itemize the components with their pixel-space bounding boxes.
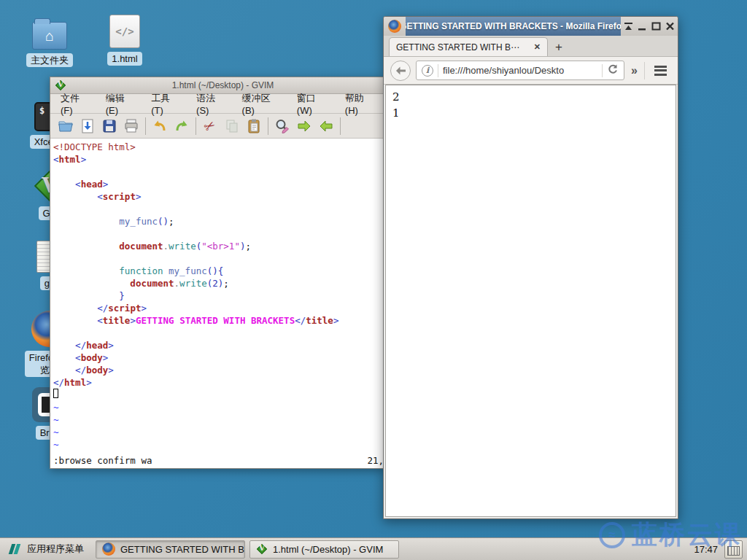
new-tab-button[interactable]: +	[548, 38, 570, 56]
gvim-command-text: :browse confirm wa	[53, 454, 152, 468]
firefox-window-title: GETTING STARTED WITH BRACKETS - Mozilla …	[406, 17, 621, 36]
xfce-logo-icon	[9, 543, 20, 555]
taskbar: 应用程序菜单 GETTING STARTED WITH B⋯ V 1.html …	[0, 537, 747, 560]
home-folder-label: 主文件夹	[26, 53, 73, 67]
gvim-menu-2[interactable]: 工具(T)	[144, 92, 189, 116]
redo-icon[interactable]	[171, 116, 193, 136]
firefox-tabbar: GETTING STARTED WITH B⋯ ✕ +	[384, 36, 678, 57]
gvim-task-icon: V	[256, 543, 268, 555]
page-info-icon[interactable]: i	[422, 65, 433, 77]
find-replace-icon[interactable]	[271, 116, 293, 136]
hamburger-menu-icon[interactable]	[650, 66, 671, 76]
gvim-menu-0[interactable]: 文件(F)	[53, 92, 98, 116]
gvim-menu-3[interactable]: 语法(S)	[189, 92, 235, 116]
cut-icon[interactable]: ✂	[199, 116, 221, 136]
gvim-menu-6[interactable]: 帮助(H)	[338, 92, 384, 116]
reload-icon[interactable]	[607, 63, 619, 77]
keyboard-indicator-icon[interactable]	[724, 540, 743, 559]
desktop-icon-home-folder[interactable]: ⌂ 主文件夹	[22, 18, 77, 67]
gvim-menu-4[interactable]: 缓冲区(B)	[235, 92, 290, 116]
tab-getting-started[interactable]: GETTING STARTED WITH B⋯ ✕	[389, 37, 548, 56]
tab-close-icon[interactable]: ✕	[534, 42, 541, 52]
gvim-ruler: 21,	[367, 454, 384, 468]
gvim-task-label: 1.html (~/Desktop) - GVIM	[273, 544, 383, 555]
find-prev-icon[interactable]	[315, 116, 337, 136]
taskbar-item-firefox[interactable]: GETTING STARTED WITH B⋯	[96, 540, 245, 559]
code-glyph: </>	[115, 26, 133, 37]
minimize-button[interactable]	[637, 20, 649, 32]
gvim-window: V 1.html (~/Desktop) - GVIM 文件(F)编辑(E)工具…	[50, 77, 384, 469]
desktop-icon-html-file[interactable]: </> 1.html	[98, 15, 152, 66]
home-folder-icon: ⌂	[32, 22, 67, 50]
vim-window-icon: V	[55, 79, 66, 91]
url-bar[interactable]: i file:///home/shiyanlou/Deskto	[416, 61, 624, 80]
tab-label: GETTING STARTED WITH B⋯	[396, 42, 530, 52]
gvim-commandline[interactable]: :browse confirm wa 21,	[50, 454, 384, 468]
overflow-chevron-icon[interactable]: »	[630, 64, 639, 77]
firefox-window-icon	[384, 17, 406, 36]
taskbar-item-gvim[interactable]: V 1.html (~/Desktop) - GVIM	[249, 540, 399, 559]
firefox-navbar: i file:///home/shiyanlou/Deskto »	[384, 57, 678, 85]
gvim-menu-1[interactable]: 编辑(E)	[98, 92, 144, 116]
firefox-window: GETTING STARTED WITH BRACKETS - Mozilla …	[383, 16, 678, 519]
desktop: ⌂ 主文件夹 </> 1.html $ _ Xfce 终 V GV ge Fir…	[0, 0, 747, 560]
back-button[interactable]	[390, 61, 411, 81]
open-file-icon[interactable]	[55, 116, 77, 136]
close-button[interactable]	[664, 20, 676, 32]
gvim-window-title: 1.html (~/Desktop) - GVIM	[66, 80, 379, 90]
html-file-label: 1.html	[107, 52, 142, 66]
firefox-task-icon	[102, 542, 115, 556]
gvim-code[interactable]: <!DOCTYPE html><html> <head> <script> my…	[50, 139, 384, 454]
browser-content[interactable]: 21	[385, 85, 676, 517]
gvim-menu-5[interactable]: 窗口(W)	[290, 92, 338, 116]
clock[interactable]: 17:47	[694, 544, 718, 555]
save-all-icon[interactable]	[98, 116, 120, 136]
html-file-icon: </>	[109, 15, 140, 48]
find-next-icon[interactable]	[293, 116, 315, 136]
maximize-button[interactable]	[650, 20, 662, 32]
save-file-icon[interactable]	[77, 116, 98, 136]
applications-menu-button[interactable]: 应用程序菜单	[4, 542, 91, 556]
copy-icon[interactable]	[221, 116, 243, 136]
paste-icon[interactable]	[243, 116, 265, 136]
shade-button[interactable]	[623, 20, 635, 32]
gvim-menubar: 文件(F)编辑(E)工具(T)语法(S)缓冲区(B)窗口(W)帮助(H)	[50, 94, 384, 114]
applications-menu-label: 应用程序菜单	[27, 542, 84, 556]
firefox-task-label: GETTING STARTED WITH B⋯	[120, 544, 245, 555]
undo-icon[interactable]	[149, 116, 171, 136]
gvim-toolbar: ✂	[50, 114, 384, 139]
print-icon[interactable]	[120, 116, 142, 136]
home-glyph: ⌂	[45, 28, 54, 44]
firefox-titlebar[interactable]: GETTING STARTED WITH BRACKETS - Mozilla …	[384, 17, 678, 36]
url-text[interactable]: file:///home/shiyanlou/Deskto	[443, 65, 597, 76]
